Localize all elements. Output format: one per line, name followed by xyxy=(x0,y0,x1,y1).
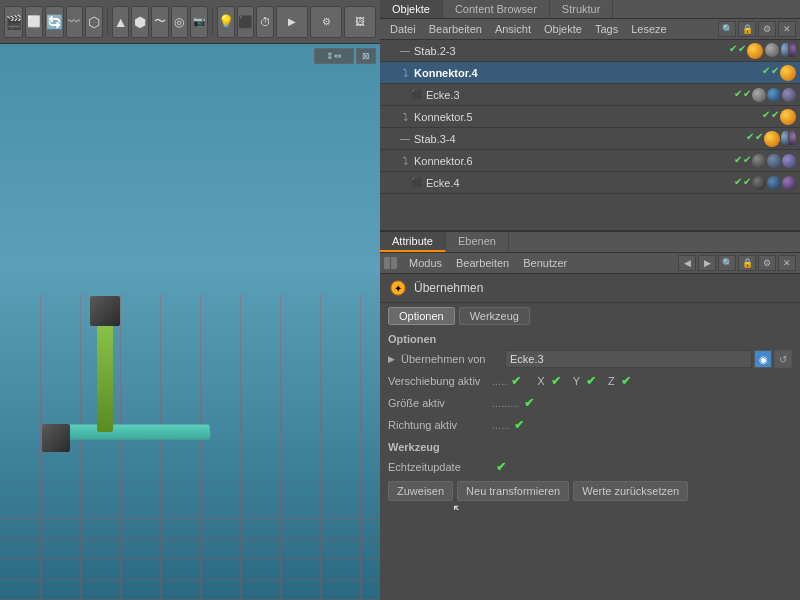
groesse-check[interactable]: ✔ xyxy=(524,396,534,410)
attr-tabs: Attribute Ebenen xyxy=(380,232,800,253)
attr-panel: Attribute Ebenen Modus Bearbeiten Benutz… xyxy=(380,230,800,510)
obj-row-stab34[interactable]: — Stab.3-4 ✔ ✔ xyxy=(380,128,800,150)
ecke4-icon: ⬛ xyxy=(410,176,424,190)
mat-ball-multi3[interactable] xyxy=(782,88,796,102)
richtung-check[interactable]: ✔ xyxy=(514,418,524,432)
mat-ball-sphere3[interactable] xyxy=(752,88,766,102)
tab-objekte[interactable]: Objekte xyxy=(380,0,443,18)
z-check[interactable]: ✔ xyxy=(621,374,631,388)
x-label: X xyxy=(537,375,544,387)
mat-ball-multi6[interactable] xyxy=(782,154,796,168)
wz-tab-werkzeug[interactable]: Werkzeug xyxy=(459,307,530,325)
y-check[interactable]: ✔ xyxy=(586,374,596,388)
obj-row-konnektor5[interactable]: ⤵ Konnektor.5 ✔ ✔ xyxy=(380,106,800,128)
attr-close-icon[interactable]: ✕ xyxy=(778,255,796,271)
tab-struktur[interactable]: Struktur xyxy=(550,0,614,18)
obj-row-stab23[interactable]: — Stab.2-3 ✔ ✔ xyxy=(380,40,800,62)
toolbar-icon-anim[interactable]: ⏱ xyxy=(256,6,274,38)
mat-ball-orange34[interactable] xyxy=(764,131,780,147)
obj-lock-icon[interactable]: 🔒 xyxy=(738,21,756,37)
mat-ball-blue4[interactable] xyxy=(767,176,781,190)
obj-row-ecke4[interactable]: ⬛ Ecke.4 ✔ ✔ xyxy=(380,172,800,194)
3d-green-bar xyxy=(97,322,113,432)
viewport-zoom[interactable]: ⊠ xyxy=(356,48,376,64)
menu-datei[interactable]: Datei xyxy=(384,21,422,37)
attr-menu-bearbeiten[interactable]: Bearbeiten xyxy=(450,255,515,271)
menu-leseze[interactable]: Leseze xyxy=(625,21,672,37)
toolbar-icon-camera[interactable]: 📷 xyxy=(190,6,208,38)
ubernehmen-von-field[interactable] xyxy=(505,350,752,368)
toolbar-separator xyxy=(107,8,108,36)
obj-row-konnektor6[interactable]: ⤵ Konnektor.6 ✔ ✔ xyxy=(380,150,800,172)
menu-bearbeiten[interactable]: Bearbeiten xyxy=(423,21,488,37)
menu-objekte[interactable]: Objekte xyxy=(538,21,588,37)
toolbar-icon-poly[interactable]: ▲ xyxy=(112,6,130,38)
right-panel: Objekte Content Browser Struktur Datei B… xyxy=(380,0,800,600)
vis-icons: ✔ ✔ xyxy=(762,109,796,125)
obj-row-konnektor4[interactable]: ⤵ Konnektor.4 ✔ ✔ xyxy=(380,62,800,84)
obj-search-icon[interactable]: 🔍 xyxy=(718,21,736,37)
wz-tab-optionen[interactable]: Optionen xyxy=(388,307,455,325)
toolbar-icon-render[interactable]: ▶ xyxy=(276,6,308,38)
y-label: Y xyxy=(573,375,580,387)
ubernehmen-clear-btn[interactable]: ↺ xyxy=(774,350,792,368)
mat-ball-orange[interactable] xyxy=(747,43,763,59)
toolbar-icon-spline[interactable]: 〰 xyxy=(66,6,84,38)
verschiebung-check[interactable]: ✔ xyxy=(511,374,521,388)
attr-menu-benutzer[interactable]: Benutzer xyxy=(517,255,573,271)
werte-zuruecksetzen-button[interactable]: Werte zurücksetzen xyxy=(573,481,688,501)
obj-name-konnektor5: Konnektor.5 xyxy=(414,111,760,123)
mat-ball-purple4[interactable] xyxy=(782,176,796,190)
toolbar-icon-nurbs[interactable]: ⬢ xyxy=(131,6,149,38)
werkzeug-tabs: Optionen Werkzeug xyxy=(380,303,800,329)
obj-row-ecke3[interactable]: ⬛ Ecke.3 ✔ ✔ xyxy=(380,84,800,106)
vis-icons: ✔ ✔ xyxy=(734,176,796,190)
viewport-nav-arrows[interactable]: ⇕⇔ xyxy=(314,48,354,64)
mat-ball-grey[interactable] xyxy=(765,43,779,57)
mat-ball-dark6[interactable] xyxy=(752,154,766,168)
ball-cluster34 xyxy=(781,131,796,147)
toolbar-icon-render-pic[interactable]: 🖼 xyxy=(344,6,376,38)
mat-ball-darkgrey4[interactable] xyxy=(752,176,766,190)
toolbar-icon-hex[interactable]: ⬡ xyxy=(85,6,103,38)
menu-tags[interactable]: Tags xyxy=(589,21,624,37)
neu-transformieren-button[interactable]: Neu transformieren xyxy=(457,481,569,501)
tab-content-browser[interactable]: Content Browser xyxy=(443,0,550,18)
toolbar-icon-film[interactable]: 🎬 xyxy=(4,6,23,38)
zuweisen-button[interactable]: Zuweisen xyxy=(388,481,453,501)
vis-icons: ✔ ✔ xyxy=(734,154,796,168)
tab-ebenen[interactable]: Ebenen xyxy=(446,232,509,252)
toolbar-icon-rotate[interactable]: 🔄 xyxy=(45,6,64,38)
mat-ball-orange2[interactable] xyxy=(780,65,796,81)
attr-lock-icon[interactable]: 🔒 xyxy=(738,255,756,271)
attr-menubar: Modus Bearbeiten Benutzer ◀ ▶ 🔍 🔒 ⚙ ✕ xyxy=(380,253,800,274)
obj-list[interactable]: — Stab.2-3 ✔ ✔ ⤵ Konnektor.4 xyxy=(380,40,800,230)
attr-menu-modus[interactable]: Modus xyxy=(403,255,448,271)
x-check[interactable]: ✔ xyxy=(551,374,561,388)
obj-settings-icon[interactable]: ⚙ xyxy=(758,21,776,37)
echtzeitupdate-label: Echtzeitupdate xyxy=(388,461,488,473)
echtzeitupdate-check[interactable]: ✔ xyxy=(496,460,506,474)
viewport[interactable]: ⇕⇔ ⊠ xyxy=(0,44,380,600)
obj-close-icon[interactable]: ✕ xyxy=(778,21,796,37)
toolbar-icon-obj[interactable]: ⬛ xyxy=(237,6,255,38)
mat-ball-blue3[interactable] xyxy=(767,88,781,102)
attr-arrow-right[interactable]: ▶ xyxy=(698,255,716,271)
toolbar-icon-light[interactable]: 💡 xyxy=(217,6,235,38)
mat-ball-orange5[interactable] xyxy=(780,109,796,125)
collapse-icon[interactable]: ▶ xyxy=(388,354,395,364)
toolbar-icon-scene[interactable]: ◎ xyxy=(171,6,189,38)
attr-search-icon[interactable]: 🔍 xyxy=(718,255,736,271)
menu-ansicht[interactable]: Ansicht xyxy=(489,21,537,37)
buttons-row: Zuweisen Neu transformieren Werte zurück… xyxy=(388,481,792,501)
toolbar-icon-render-settings[interactable]: ⚙ xyxy=(310,6,342,38)
toolbar-icon-deform[interactable]: 〜 xyxy=(151,6,169,38)
toolbar-separator2 xyxy=(212,8,213,36)
attr-arrow-left[interactable]: ◀ xyxy=(678,255,696,271)
mat-ball-sphere6[interactable] xyxy=(767,154,781,168)
toolbar-icon-move[interactable]: ⬜ xyxy=(25,6,43,38)
options-title: Optionen xyxy=(388,333,792,345)
attr-settings-icon[interactable]: ⚙ xyxy=(758,255,776,271)
tab-attribute[interactable]: Attribute xyxy=(380,232,446,252)
ubernehmen-browse-btn[interactable]: ◉ xyxy=(754,350,772,368)
